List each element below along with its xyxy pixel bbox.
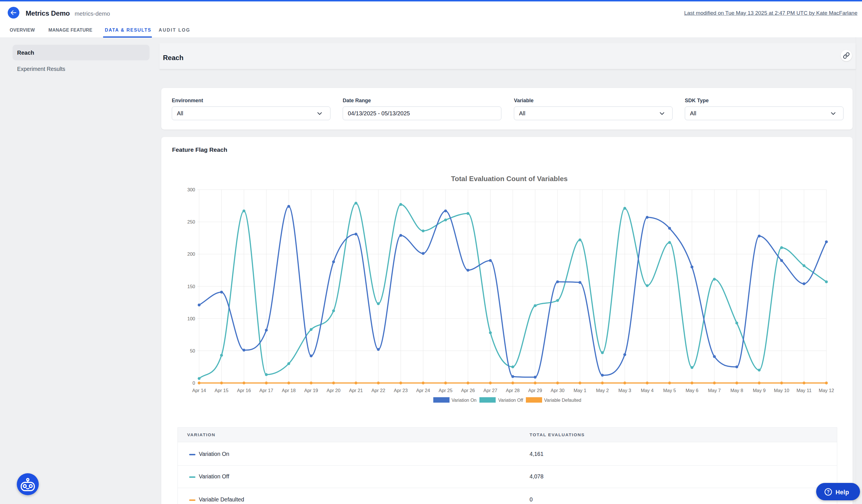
svg-text:May 6: May 6: [686, 388, 698, 393]
svg-text:100: 100: [187, 316, 195, 321]
svg-text:Apr 20: Apr 20: [327, 388, 341, 393]
svg-text:250: 250: [187, 219, 195, 224]
svg-text:200: 200: [187, 251, 195, 256]
svg-text:May 7: May 7: [708, 388, 721, 393]
svg-text:May 3: May 3: [618, 388, 631, 393]
svg-text:?: ?: [827, 490, 830, 494]
svg-text:May 4: May 4: [641, 388, 653, 393]
svg-text:Apr 26: Apr 26: [461, 388, 475, 393]
svg-text:May 9: May 9: [753, 388, 766, 393]
svg-text:Apr 24: Apr 24: [416, 388, 430, 393]
svg-text:Apr 14: Apr 14: [192, 388, 206, 393]
svg-text:300: 300: [187, 187, 195, 192]
svg-text:Apr 16: Apr 16: [237, 388, 251, 393]
svg-text:150: 150: [187, 284, 195, 289]
svg-text:Apr 30: Apr 30: [551, 388, 565, 393]
svg-text:Apr 27: Apr 27: [483, 388, 497, 393]
svg-text:Apr 28: Apr 28: [506, 388, 520, 393]
svg-text:May 11: May 11: [796, 388, 812, 393]
svg-text:May 1: May 1: [573, 388, 586, 393]
svg-text:Apr 19: Apr 19: [304, 388, 318, 393]
svg-text:May 8: May 8: [730, 388, 743, 393]
svg-text:Apr 21: Apr 21: [349, 388, 363, 393]
svg-text:Apr 18: Apr 18: [282, 388, 296, 393]
svg-text:Apr 23: Apr 23: [394, 388, 408, 393]
svg-text:0: 0: [193, 381, 195, 386]
svg-text:50: 50: [190, 348, 195, 353]
svg-text:May 2: May 2: [596, 388, 609, 393]
svg-text:May 10: May 10: [774, 388, 789, 393]
svg-text:Apr 29: Apr 29: [528, 388, 542, 393]
svg-text:Apr 22: Apr 22: [371, 388, 386, 393]
svg-text:May 5: May 5: [663, 388, 676, 393]
svg-text:May 12: May 12: [819, 388, 834, 393]
svg-text:Apr 15: Apr 15: [214, 388, 228, 393]
svg-text:Apr 17: Apr 17: [260, 388, 273, 393]
svg-text:Apr 25: Apr 25: [439, 388, 453, 393]
